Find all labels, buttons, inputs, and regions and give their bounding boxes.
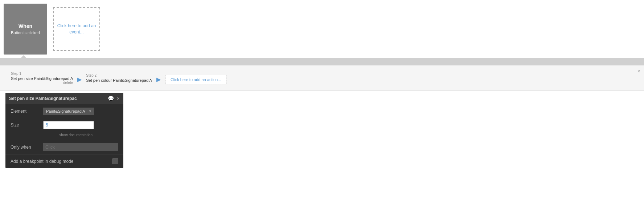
size-value-wrapper [43, 121, 118, 129]
step-2-action: Set pen colour Paint&Signaturepad A [86, 78, 152, 83]
element-label: Element [11, 109, 43, 114]
step-1-label: Step 1 [11, 72, 73, 76]
add-event-block[interactable]: Click here to add an event... [53, 7, 100, 51]
breakpoint-label: Add a breakpoint in debug mode [11, 159, 73, 164]
element-select[interactable]: Paint&Signaturepad A [43, 108, 94, 115]
step-2-block: Step 2 Set pen colour Paint&Signaturepad… [86, 73, 152, 83]
only-when-input[interactable] [43, 143, 118, 151]
add-action-label: Click here to add an action... [171, 77, 221, 82]
when-label: When [19, 23, 32, 29]
close-steps-button[interactable]: × [637, 68, 640, 74]
step-1-action: Set pen size Paint&Signaturepad A [11, 76, 73, 81]
divider [0, 58, 644, 65]
trigger-description: Button is clicked [11, 31, 40, 35]
element-select-wrapper: Paint&Signaturepad A [43, 108, 94, 115]
steps-section: Step 1 Set pen size Paint&Signaturepad A… [0, 65, 644, 91]
trigger-block[interactable]: When Button is clicked [4, 4, 47, 55]
breakpoint-row: Add a breakpoint in debug mode [5, 154, 123, 168]
element-value-wrapper: Paint&Signaturepad A [43, 108, 118, 115]
detail-panel: Set pen size Paint&Signaturepac 💬 × Elem… [5, 93, 123, 168]
element-row: Element Paint&Signaturepad A [5, 104, 123, 118]
show-docs-row: show documentation [5, 132, 123, 140]
breakpoint-checkbox[interactable] [112, 158, 118, 164]
step-1-block: Step 1 Set pen size Paint&Signaturepad A… [11, 72, 73, 85]
add-event-label: Click here to add an event... [54, 23, 99, 35]
show-docs-link[interactable]: show documentation [42, 133, 93, 137]
step-1-delete[interactable]: delete [11, 81, 73, 85]
divider-triangle [20, 55, 27, 59]
step-2-label: Step 2 [86, 73, 152, 77]
size-label: Size [11, 122, 43, 128]
only-when-row: Only when [5, 140, 123, 154]
size-row: Size [5, 118, 123, 132]
panel-title: Set pen size Paint&Signaturepac [9, 96, 108, 101]
add-action-block[interactable]: Click here to add an action... [165, 75, 226, 84]
triggers-section: When Button is clicked Click here to add… [0, 0, 644, 58]
step-arrow-1: ▶ [77, 76, 82, 83]
only-when-label: Only when [11, 145, 43, 150]
panel-body: Element Paint&Signaturepad A Size show d… [5, 104, 123, 168]
panel-header-icons: 💬 × [108, 96, 120, 101]
close-panel-button[interactable]: × [117, 96, 120, 101]
size-input[interactable] [43, 121, 94, 129]
step-arrow-2: ▶ [156, 76, 161, 83]
comment-icon[interactable]: 💬 [108, 96, 114, 101]
panel-header: Set pen size Paint&Signaturepac 💬 × [5, 93, 123, 104]
